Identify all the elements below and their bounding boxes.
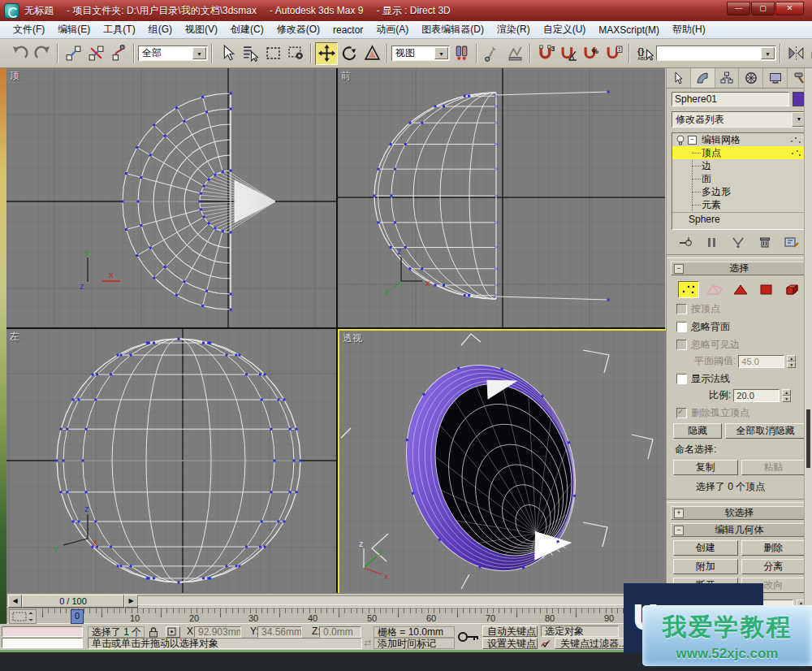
collapse-minus-icon[interactable]: − <box>674 264 684 274</box>
menu-rendering[interactable]: 渲染(R) <box>490 23 537 37</box>
percent-snap-button[interactable]: % <box>580 42 603 65</box>
menu-help[interactable]: 帮助(H) <box>666 23 712 37</box>
previous-frame-button[interactable]: ◀ <box>8 595 22 608</box>
undo-button[interactable] <box>8 42 31 65</box>
lightbulb-icon[interactable] <box>676 135 685 145</box>
select-by-name-button[interactable] <box>239 42 261 65</box>
stack-row-face[interactable]: 面 <box>672 172 806 185</box>
by-vertex-checkbox[interactable] <box>676 304 687 314</box>
viewport-left-label[interactable]: 左 <box>10 330 19 344</box>
stack-base-object-label[interactable]: Sphere <box>689 213 720 226</box>
tab-hierarchy[interactable] <box>715 68 740 88</box>
collapse-box-icon[interactable]: − <box>688 136 697 145</box>
menu-create[interactable]: 创建(C) <box>224 23 270 37</box>
stack-row-polygon[interactable]: 多边形 <box>672 185 806 198</box>
normals-scale-spinner[interactable]: ▲▼ <box>782 389 791 402</box>
dropdown-arrow-icon[interactable]: ▼ <box>192 47 206 59</box>
panel-scrollbar[interactable] <box>804 68 812 671</box>
attach-button[interactable]: 附加 <box>673 559 738 574</box>
copy-button[interactable]: 复制 <box>673 460 738 475</box>
hide-button[interactable]: 隐藏 <box>673 423 722 439</box>
selection-lock-icon[interactable] <box>148 626 159 638</box>
stack-modifier-name[interactable]: 编辑网格 <box>702 133 741 146</box>
edit-geometry-rollout-header[interactable]: − 编辑几何体 <box>671 523 808 537</box>
stack-row-vertex[interactable]: 顶点 <box>672 146 806 159</box>
menu-file[interactable]: 文件(F) <box>6 23 51 37</box>
tab-modify[interactable] <box>691 68 715 88</box>
minimize-button[interactable]: — <box>727 2 750 15</box>
menu-group[interactable]: 组(G) <box>142 23 179 37</box>
expand-plus-icon[interactable]: + <box>674 509 684 518</box>
menu-animation[interactable]: 动画(A) <box>369 23 415 37</box>
menu-views[interactable]: 视图(V) <box>179 23 224 37</box>
reference-coordinate-dropdown[interactable]: 视图▼ <box>391 45 450 61</box>
modifier-list-dropdown[interactable]: 修改器列表 ▼ <box>672 111 807 128</box>
redo-button[interactable] <box>31 42 54 65</box>
mirror-button[interactable] <box>784 42 807 65</box>
track-bar-ruler[interactable]: 0 10 20 30 40 50 60 70 80 90 100 <box>37 608 663 623</box>
select-and-rotate-button[interactable] <box>338 42 361 65</box>
menu-maxscript[interactable]: MAXScript(M) <box>592 24 666 36</box>
menu-edit[interactable]: 编辑(E) <box>51 23 97 37</box>
menu-tools[interactable]: 工具(T) <box>97 23 141 37</box>
z-coordinate-field[interactable]: 0.0mm <box>319 626 361 638</box>
viewport-front[interactable]: 前 zxy <box>338 68 665 327</box>
stack-polygon-label[interactable]: 多边形 <box>702 185 731 198</box>
stack-element-label[interactable]: 元素 <box>702 198 721 211</box>
unhide-all-button[interactable]: 全部取消隐藏 <box>725 423 806 439</box>
unlink-icon[interactable] <box>84 42 107 65</box>
current-frame-marker[interactable]: 0 <box>71 609 84 624</box>
make-unique-icon[interactable] <box>731 236 745 249</box>
viewport-top-label[interactable]: 顶 <box>10 69 19 83</box>
planar-threshold-spinner[interactable]: ▲▼ <box>787 355 796 368</box>
select-object-button[interactable] <box>216 42 239 65</box>
set-key-icon[interactable] <box>456 626 481 648</box>
absolute-offset-toggle-icon[interactable] <box>166 626 180 638</box>
named-selection-sets-button[interactable]: {}ABC <box>633 42 656 65</box>
maxscript-mini-listener-white[interactable] <box>2 638 83 648</box>
element-mode-button[interactable] <box>782 281 803 298</box>
paste-button[interactable]: 粘贴 <box>741 460 806 475</box>
select-and-manipulate-button[interactable] <box>481 42 503 65</box>
stack-row-element[interactable]: 元素 <box>672 198 806 211</box>
ignore-backfacing-checkbox[interactable] <box>676 322 687 332</box>
dropdown-arrow-icon[interactable]: ▼ <box>434 47 448 59</box>
select-and-scale-button[interactable] <box>361 42 383 65</box>
keyboard-shortcut-toggle-button[interactable] <box>503 42 526 65</box>
select-and-link-icon[interactable] <box>62 42 84 65</box>
snap-toggle-3d-button[interactable]: 3 <box>534 42 557 65</box>
delete-button[interactable]: 删除 <box>741 540 806 556</box>
viewport-perspective-label[interactable]: 透视 <box>343 331 362 345</box>
window-crossing-button[interactable] <box>284 42 307 65</box>
bind-spacewarp-icon[interactable] <box>107 42 130 65</box>
configure-modifier-sets-icon[interactable] <box>784 236 800 249</box>
next-frame-button[interactable]: ▶ <box>124 595 138 608</box>
key-mode-dropdown[interactable]: 选定对象 <box>541 626 619 637</box>
time-slider-handle[interactable]: 0 / 100 <box>22 595 124 608</box>
panel-scrollbar-thumb[interactable] <box>806 409 810 468</box>
named-selection-dropdown[interactable]: ▼ <box>656 45 776 61</box>
stack-row-edit-mesh[interactable]: − 编辑网格 <box>672 133 806 146</box>
remove-modifier-icon[interactable] <box>758 236 772 249</box>
show-normals-checkbox[interactable] <box>676 374 687 384</box>
pin-stack-icon[interactable] <box>679 236 693 249</box>
stack-edge-label[interactable]: 边 <box>702 159 711 172</box>
selection-rollout-header[interactable]: − 选择 <box>671 262 808 275</box>
open-mini-curve-editor-icon[interactable] <box>9 609 37 624</box>
ignore-visible-edges-checkbox[interactable] <box>676 340 687 350</box>
tab-create[interactable] <box>667 68 691 88</box>
dropdown-arrow-icon[interactable]: ▼ <box>761 47 775 59</box>
stack-face-label[interactable]: 面 <box>702 172 711 185</box>
stack-vertex-label[interactable]: 顶点 <box>702 146 721 159</box>
viewport-left[interactable]: 左 zyx <box>6 329 336 593</box>
auto-key-button[interactable]: 自动关键点 <box>482 626 538 637</box>
time-slider-track[interactable] <box>137 595 663 605</box>
viewport-perspective[interactable]: 透视 xyz <box>338 329 668 596</box>
edge-mode-button[interactable] <box>704 281 725 298</box>
viewport-top[interactable]: 顶 yzx <box>6 68 336 327</box>
stack-row-edge[interactable]: 边 <box>672 159 806 172</box>
spinner-snap-button[interactable] <box>603 42 625 65</box>
create-button[interactable]: 创建 <box>673 540 738 556</box>
vertex-mode-button[interactable] <box>678 281 699 298</box>
menu-reactor[interactable]: reactor <box>326 24 369 36</box>
